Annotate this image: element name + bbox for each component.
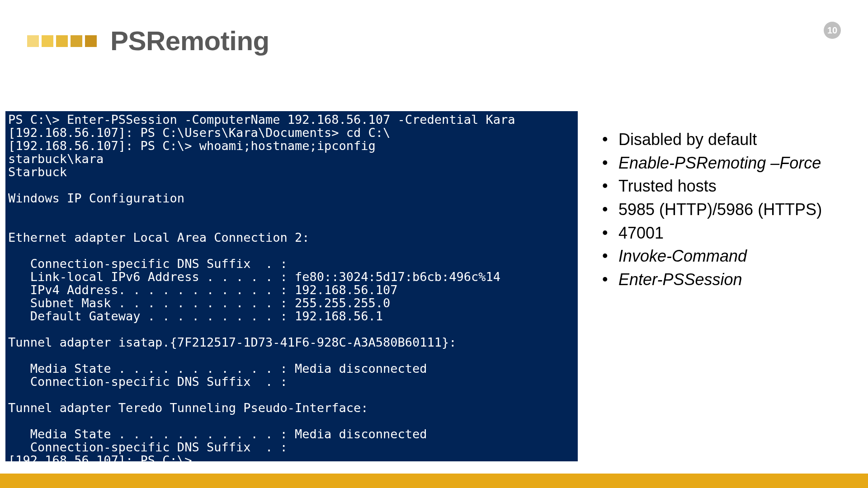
square-icon xyxy=(56,35,68,47)
list-item: 5985 (HTTP)/5986 (HTTPS) xyxy=(596,198,849,221)
list-item: Enable-PSRemoting –Force xyxy=(596,152,849,174)
square-icon xyxy=(27,35,39,47)
list-item: Invoke-Command xyxy=(596,245,849,267)
slide: PSRemoting 10 PS C:\> Enter-PSSession -C… xyxy=(0,0,868,488)
bullet-list: Disabled by default Enable-PSRemoting –F… xyxy=(596,128,849,292)
bullet-text: 47001 xyxy=(618,224,664,242)
square-icon xyxy=(71,35,82,47)
decorative-squares xyxy=(27,35,97,47)
bullet-text: Enable-PSRemoting –Force xyxy=(618,154,821,172)
list-item: Disabled by default xyxy=(596,128,849,151)
list-item: 47001 xyxy=(596,222,849,244)
bullet-text: Enter-PSSession xyxy=(618,270,742,289)
square-icon xyxy=(42,35,53,47)
bullet-text: Trusted hosts xyxy=(618,177,717,195)
slide-title: PSRemoting xyxy=(110,25,269,56)
list-item: Enter-PSSession xyxy=(596,268,849,291)
slide-header: PSRemoting xyxy=(27,25,269,56)
powershell-terminal: PS C:\> Enter-PSSession -ComputerName 19… xyxy=(5,111,578,461)
footer-accent-bar xyxy=(0,474,868,488)
bullet-text: Disabled by default xyxy=(618,130,757,149)
list-item: Trusted hosts xyxy=(596,175,849,197)
square-icon xyxy=(85,35,97,47)
bullet-text: Invoke-Command xyxy=(618,247,747,265)
page-number-badge: 10 xyxy=(824,22,841,39)
bullet-text: 5985 (HTTP)/5986 (HTTPS) xyxy=(618,200,822,219)
